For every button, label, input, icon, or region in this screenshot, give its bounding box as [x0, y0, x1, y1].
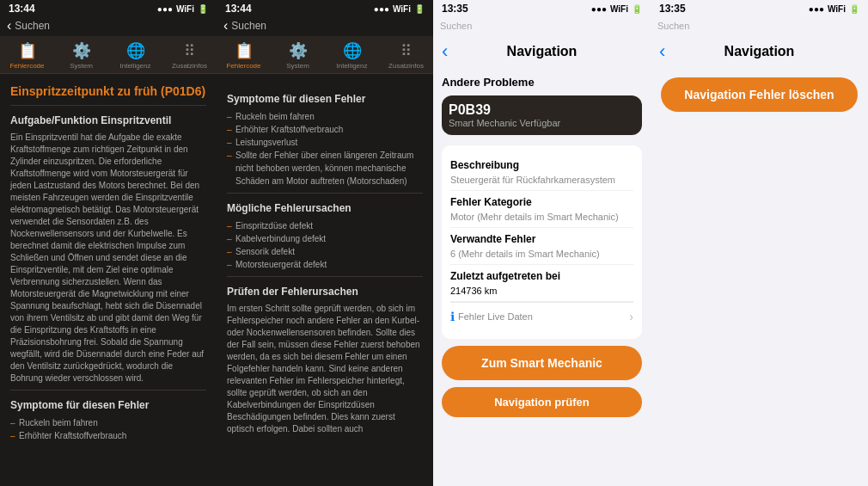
navigation-check-button[interactable]: Navigation prüfen [442, 387, 642, 417]
nav-bar-3: ‹ Navigation [433, 36, 651, 67]
battery-icon: 🔋 [198, 4, 208, 14]
intelligenz-label-2: Intelligenz [336, 62, 367, 70]
fehlercode-label-2: Fehlercode [226, 62, 260, 70]
divider-4 [227, 276, 423, 277]
section2-list-1: Ruckeln beim fahren Erhöhter Kraftstoffv… [10, 416, 206, 442]
zusatzinfos-label-1: Zusatzinfos [172, 62, 207, 70]
panel-4: 13:35 ●●● WiFi 🔋 Suchen ‹ Navigation Nav… [651, 0, 868, 486]
verwandte-value: 6 (Mehr details im Smart Mechanic) [450, 249, 633, 259]
status-bar-4: 13:35 ●●● WiFi 🔋 [651, 0, 868, 17]
status-icons-3: ●●● WiFi 🔋 [591, 4, 642, 14]
nav-bar-4: ‹ Navigation [651, 36, 868, 67]
error-description: Smart Mechanic Verfügbar [449, 118, 635, 128]
fehlercode-label-1: Fehlercode [9, 62, 44, 70]
panel-2: 13:44 ●●● WiFi 🔋 ‹ Suchen 📋 Fehlercode ⚙… [217, 0, 433, 486]
zusatzinfos-label-2: Zusatzinfos [388, 62, 424, 70]
system-icon-2: ⚙️ [289, 41, 308, 60]
section3-heading-2: Prüfen der Fehlerursachen [227, 286, 423, 298]
status-icons-1: ●●● WiFi 🔋 [157, 4, 208, 14]
wifi-icon-3: WiFi [610, 4, 628, 14]
list-item: Sensorik defekt [227, 245, 423, 258]
content-2: Symptome für diesen Fehler Ruckeln beim … [217, 74, 433, 486]
time-1: 13:44 [9, 3, 35, 15]
battery-icon-3: 🔋 [632, 4, 642, 14]
content-1: Einspritzzeitpunkt zu früh (P01D6) Aufga… [0, 74, 217, 486]
battery-icon-2: 🔋 [414, 4, 425, 14]
back-button-4[interactable]: ‹ [659, 40, 665, 63]
system-label-2: System [286, 62, 309, 70]
section2-list-2: Einspritzdüse defekt Kabelverbindung def… [227, 219, 423, 271]
tab-zusatzinfos-1[interactable]: ⠿ Zusatzinfos [162, 41, 217, 70]
list-item: Sollte der Fehler über einen längeren Ze… [227, 149, 423, 188]
section1-text-1: Ein Einspritzventil hat die Aufgabe die … [10, 132, 206, 384]
search-bar-4[interactable]: Suchen [651, 17, 868, 36]
signal-icon-4: ●●● [809, 4, 824, 14]
search-bar-1[interactable]: ‹ Suchen [0, 17, 217, 36]
signal-icon: ●●● [157, 4, 173, 14]
divider-3 [227, 193, 423, 194]
list-item: Einspritzdüse defekt [227, 219, 423, 232]
back-button-3[interactable]: ‹ [442, 40, 448, 63]
intelligenz-icon-2: 🌐 [343, 41, 362, 60]
delete-navigation-button[interactable]: Navigation Fehler löschen [661, 77, 858, 112]
section3-text-2: Im ersten Schritt sollte geprüft werden,… [227, 303, 423, 435]
tab-fehlercode-1[interactable]: 📋 Fehlercode [0, 41, 54, 70]
tab-zusatzinfos-2[interactable]: ⠿ Zusatzinfos [379, 41, 433, 70]
tab-fehlercode-2[interactable]: 📋 Fehlercode [217, 41, 271, 70]
tab-system-2[interactable]: ⚙️ System [271, 41, 325, 70]
search-text-4: Suchen [657, 21, 689, 31]
signal-icon-2: ●●● [374, 4, 389, 14]
live-data-row[interactable]: ℹ Fehler Live Daten › [450, 302, 633, 330]
list-item: Erhöhter Kraftstoffverbrauch [227, 123, 423, 136]
tab-bar-1: 📋 Fehlercode ⚙️ System 🌐 Intelligenz ⠿ Z… [0, 36, 217, 74]
status-icons-2: ●●● WiFi 🔋 [374, 4, 425, 14]
list-item: Erhöhter Kraftstoffverbrauch [10, 429, 206, 442]
info-icon: ℹ [450, 310, 455, 323]
tab-intelligenz-1[interactable]: 🌐 Intelligenz [108, 41, 162, 70]
verwandte-row: Verwandte Fehler 6 (Mehr details im Smar… [450, 228, 633, 265]
beschreibung-row: Beschreibung Steuergerät für Rückfahrkam… [450, 154, 633, 191]
section2-heading-2: Mögliche Fehlerursachen [227, 202, 423, 214]
list-item: Motorsteuergerät defekt [227, 258, 423, 271]
list-item: Leistungsverlust [227, 136, 423, 149]
status-bar-1: 13:44 ●●● WiFi 🔋 [0, 0, 217, 17]
content-3: Andere Probleme Unkritisch P0B39 Smart M… [433, 67, 651, 486]
search-text-3: Suchen [440, 21, 472, 31]
panel-3: 13:35 ●●● WiFi 🔋 Suchen ‹ Navigation And… [433, 0, 651, 486]
status-bar-3: 13:35 ●●● WiFi 🔋 [433, 0, 651, 17]
back-arrow-1[interactable]: ‹ [7, 18, 11, 34]
live-data-text: Fehler Live Daten [458, 311, 533, 322]
fehlercode-icon-1: 📋 [18, 41, 37, 60]
smart-mechanic-button[interactable]: Zum Smart Mechanic [442, 346, 642, 380]
intelligenz-icon-1: 🌐 [126, 41, 145, 60]
back-arrow-2[interactable]: ‹ [223, 18, 228, 34]
system-label-1: System [70, 62, 93, 70]
list-item: Ruckeln beim fahren [227, 110, 423, 123]
wifi-icon-4: WiFi [828, 4, 846, 14]
signal-icon-3: ●●● [591, 4, 607, 14]
section1-heading-2: Symptome für diesen Fehler [227, 93, 423, 105]
fehlercode-icon-2: 📋 [235, 41, 254, 60]
section-header-3: Andere Probleme [442, 76, 642, 89]
status-icons-4: ●●● WiFi 🔋 [809, 4, 859, 14]
error-code: P0B39 [449, 102, 635, 118]
search-bar-3[interactable]: Suchen [433, 17, 651, 36]
kategorie-value: Motor (Mehr details im Smart Mechanic) [450, 212, 633, 222]
zusatzinfos-icon-1: ⠿ [184, 41, 195, 60]
beschreibung-value: Steuergerät für Rückfahrkamerasystem [450, 175, 633, 185]
wifi-icon: WiFi [176, 4, 194, 14]
error-card[interactable]: Unkritisch P0B39 Smart Mechanic Verfügba… [442, 95, 642, 135]
tab-intelligenz-2[interactable]: 🌐 Intelligenz [325, 41, 379, 70]
description-section: Beschreibung Steuergerät für Rückfahrkam… [442, 145, 642, 339]
kategorie-row: Fehler Kategorie Motor (Mehr details im … [450, 191, 633, 228]
divider-2 [10, 390, 206, 391]
content-4: Navigation Fehler löschen [651, 67, 868, 486]
tab-system-1[interactable]: ⚙️ System [54, 41, 108, 70]
lastoccurred-row: Zuletzt aufgetreten bei 214736 km [450, 265, 633, 302]
search-bar-2[interactable]: ‹ Suchen [217, 17, 433, 36]
chevron-right-icon: › [629, 310, 633, 323]
kategorie-label: Fehler Kategorie [450, 196, 633, 208]
divider-1 [10, 105, 206, 106]
live-data-label: ℹ Fehler Live Daten [450, 310, 533, 323]
section2-heading-1: Symptome für diesen Fehler [10, 399, 206, 411]
